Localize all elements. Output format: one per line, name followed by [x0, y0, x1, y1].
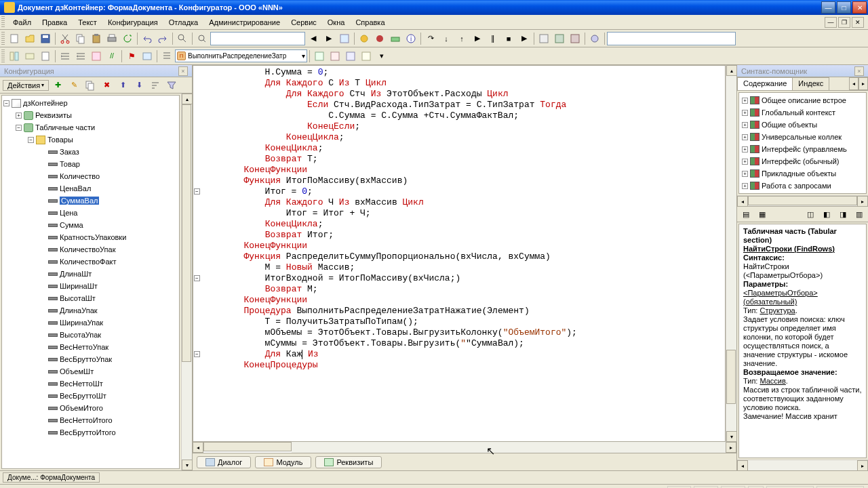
document-tab[interactable]: Докуме...: ФормаДокумента: [3, 472, 100, 483]
tree-item[interactable]: ДлинаУпак: [3, 304, 178, 317]
code-editor[interactable]: −−− Н.Сумма = 0; Для Каждого С Из Т Цикл…: [193, 65, 726, 442]
help-tb-4-button[interactable]: ◧: [819, 207, 834, 222]
copy-button[interactable]: [73, 31, 88, 46]
tb2-13-button[interactable]: [359, 49, 374, 64]
menu-Окна[interactable]: Окна: [322, 17, 351, 28]
action-filter-button[interactable]: [164, 78, 179, 93]
step-over-button[interactable]: ↷: [423, 31, 438, 46]
help-tree-item[interactable]: +Общее описание встрое: [741, 94, 865, 106]
close-button[interactable]: ✕: [852, 1, 867, 14]
action-up-button[interactable]: ⬆: [115, 78, 130, 93]
extra-2-button[interactable]: [552, 31, 567, 46]
tree-item[interactable]: ВесБруттоУпак: [3, 353, 178, 365]
tree-item[interactable]: ЦенаВал: [3, 182, 178, 195]
config-pane-close-button[interactable]: ×: [178, 66, 188, 76]
tree-item[interactable]: −Товары: [3, 134, 178, 146]
print-button[interactable]: [104, 31, 119, 46]
tree-item[interactable]: ВесНеттоУпак: [3, 341, 178, 353]
actions-menu-button[interactable]: Действия ▾: [3, 80, 49, 91]
tab-module[interactable]: Модуль: [255, 456, 311, 468]
stop-button[interactable]: ■: [501, 31, 516, 46]
tree-item[interactable]: ВесНеттоШт: [3, 378, 178, 390]
tree-item[interactable]: Цена: [3, 207, 178, 219]
action-sort-button[interactable]: [148, 78, 163, 93]
tab-contents[interactable]: Содержание: [737, 77, 793, 90]
menu-Правка[interactable]: Правка: [37, 17, 73, 28]
tree-item[interactable]: ВысотаУпак: [3, 329, 178, 341]
procedure-combo[interactable]: ПВыполнитьРаспределениеЗатр▾: [175, 49, 307, 62]
help-tree-item[interactable]: +Глобальный контекст: [741, 106, 865, 119]
tab-dialog[interactable]: Диалог: [197, 456, 251, 468]
help-tb-5-button[interactable]: ◨: [835, 207, 850, 222]
tb2-1-button[interactable]: [7, 49, 22, 64]
help-tree-item[interactable]: +Общие объекты: [741, 119, 865, 131]
tree-item[interactable]: ВысотаШт: [3, 292, 178, 304]
help-tree-item[interactable]: +Интерфейс (управляемь: [741, 143, 865, 155]
tree-scrollbar[interactable]: ▴ ▾: [181, 94, 192, 470]
debug-3-button[interactable]: [388, 31, 403, 46]
tree-item[interactable]: Заказ: [3, 146, 178, 158]
action-edit-button[interactable]: ✎: [66, 78, 81, 93]
menu-Администрирование[interactable]: Администрирование: [203, 17, 285, 28]
tree-item[interactable]: −дзКонтейнер: [3, 97, 178, 109]
tree-item[interactable]: ДлинаШт: [3, 268, 178, 280]
help-tb-2-button[interactable]: ▦: [755, 207, 770, 222]
action-copy-button[interactable]: [83, 78, 98, 93]
syntax-helper-close-button[interactable]: ×: [854, 66, 864, 76]
extra-1-button[interactable]: [536, 31, 551, 46]
run-button[interactable]: ▶: [517, 31, 532, 46]
goto-line-button[interactable]: [159, 49, 174, 64]
comment-button[interactable]: //: [104, 49, 119, 64]
tb2-10-button[interactable]: [312, 49, 327, 64]
extra-4-button[interactable]: [587, 31, 602, 46]
undo-button[interactable]: [140, 31, 155, 46]
action-delete-button[interactable]: ✖: [99, 78, 114, 93]
tree-item[interactable]: ОбъемШт: [3, 365, 178, 378]
extra-3-button[interactable]: [568, 31, 583, 46]
toolbar-combo-2[interactable]: [607, 32, 736, 45]
maximize-button[interactable]: □: [837, 1, 851, 14]
help-tree-item[interactable]: +Прикладные объекты: [741, 167, 865, 180]
tree-item[interactable]: КоличествоУпак: [3, 243, 178, 256]
find-prev-button[interactable]: ◀: [306, 31, 321, 46]
action-add-button[interactable]: ✚: [50, 78, 65, 93]
search-combo[interactable]: [210, 32, 305, 45]
help-tb-1-button[interactable]: ▤: [738, 207, 753, 222]
continue-button[interactable]: ▶: [470, 31, 485, 46]
tree-item[interactable]: СуммаВал: [3, 195, 178, 207]
help-tree-h-scrollbar[interactable]: ◂▸: [737, 195, 868, 206]
debug-step-button[interactable]: [357, 31, 372, 46]
tree-item[interactable]: ВесБруттоШт: [3, 390, 178, 402]
tb2-6-button[interactable]: [89, 49, 104, 64]
tree-item[interactable]: КоличествоФакт: [3, 256, 178, 268]
tabs-scroll-left-button[interactable]: ◂: [849, 77, 859, 90]
tb2-14-button[interactable]: ▾: [374, 49, 389, 64]
tree-item[interactable]: ОбъемИтого: [3, 402, 178, 414]
find-button[interactable]: [175, 31, 190, 46]
help-tb-6-button[interactable]: ▥: [852, 207, 867, 222]
menu-Сервис[interactable]: Сервис: [285, 17, 322, 28]
help-tree-item[interactable]: +Универсальные коллек: [741, 131, 865, 143]
debug-breakpoint-button[interactable]: [372, 31, 387, 46]
editor-v-scrollbar[interactable]: ▴ ▾: [726, 65, 736, 442]
tree-item[interactable]: ВесБруттоИтого: [3, 426, 178, 439]
tree-item[interactable]: Количество: [3, 170, 178, 182]
new-button[interactable]: [7, 31, 22, 46]
editor-h-scrollbar[interactable]: ◂ ▸: [193, 442, 736, 453]
tb2-3-button[interactable]: [38, 49, 53, 64]
menu-Файл[interactable]: Файл: [7, 17, 37, 28]
help-tree-item[interactable]: +Интерфейс (обычный): [741, 155, 865, 167]
redo-button[interactable]: [155, 31, 170, 46]
pause-button[interactable]: ‖: [486, 31, 500, 46]
mdi-minimize-button[interactable]: —: [825, 17, 837, 28]
find-next-button[interactable]: ▶: [321, 31, 336, 46]
open-button[interactable]: [22, 31, 37, 46]
help-tree-item[interactable]: +Работа с запросами: [741, 180, 865, 192]
step-into-button[interactable]: ↓: [439, 31, 454, 46]
tree-item[interactable]: −Табличные части: [3, 121, 178, 134]
replace-button[interactable]: [337, 31, 352, 46]
menu-Текст[interactable]: Текст: [73, 17, 102, 28]
tree-item[interactable]: Сумма: [3, 219, 178, 231]
tree-item[interactable]: Товар: [3, 158, 178, 170]
tb2-12-button[interactable]: [343, 49, 358, 64]
